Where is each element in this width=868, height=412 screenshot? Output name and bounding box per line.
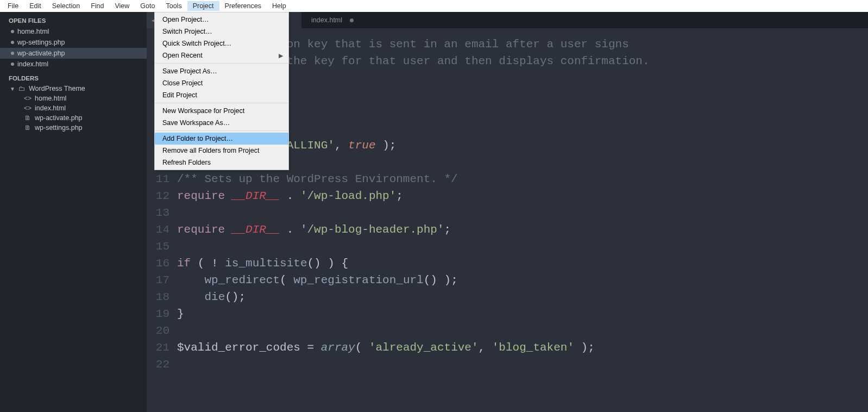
chevron-right-icon: ▶ [279, 52, 283, 59]
menu-separator [155, 130, 288, 131]
menu-item-refresh-folders[interactable]: Refresh Folders [155, 157, 288, 168]
dirty-indicator-icon [11, 30, 14, 33]
open-files-header: OPEN FILES [0, 12, 147, 26]
file-icon: 🗎 [24, 124, 32, 132]
folders-header: FOLDERS [0, 70, 147, 84]
file-tree-label: index.html [35, 104, 66, 112]
menu-view[interactable]: View [109, 1, 135, 11]
dirty-indicator-icon [11, 63, 14, 66]
menu-separator [155, 103, 288, 103]
dirty-indicator-icon [350, 18, 354, 22]
menu-item-edit-project[interactable]: Edit Project [155, 89, 288, 101]
menu-item-close-project[interactable]: Close Project [155, 77, 288, 89]
folder-root[interactable]: ▼ 🗀 WordPress Theme [0, 84, 147, 93]
main-area: OPEN FILES home.htmlwp-settings.phpwp-ac… [0, 12, 868, 412]
sidebar: OPEN FILES home.htmlwp-settings.phpwp-ac… [0, 12, 147, 412]
html-file-icon: <> [24, 104, 32, 112]
dirty-indicator-icon [11, 52, 14, 55]
menu-file[interactable]: File [2, 1, 24, 11]
project-menu-dropdown: Open Project…Switch Project…Quick Switch… [154, 12, 289, 170]
file-tree-item[interactable]: 🗎wp-activate.php [0, 113, 147, 123]
html-file-icon: <> [24, 95, 32, 102]
menubar: FileEditSelectionFindViewGotoToolsProjec… [0, 0, 868, 12]
menu-tools[interactable]: Tools [160, 1, 187, 11]
menu-item-save-workspace-as[interactable]: Save Workspace As… [155, 117, 288, 129]
menu-item-add-folder-to-project[interactable]: Add Folder to Project… [155, 133, 288, 145]
menu-help[interactable]: Help [267, 1, 292, 11]
file-tree-item[interactable]: <>index.html [0, 103, 147, 113]
folder-icon: 🗀 [18, 85, 26, 92]
dirty-indicator-icon [11, 41, 14, 44]
file-tree-label: wp-settings.php [35, 124, 83, 132]
open-file-item[interactable]: home.html [0, 26, 147, 37]
menu-selection[interactable]: Selection [47, 1, 85, 11]
menu-item-open-recent[interactable]: Open Recent▶ [155, 49, 288, 61]
open-file-label: index.html [17, 60, 48, 68]
open-file-label: wp-activate.php [17, 49, 65, 57]
open-file-label: home.html [17, 28, 49, 35]
menu-project[interactable]: Project [187, 1, 219, 11]
menu-item-save-project-as[interactable]: Save Project As… [155, 65, 288, 77]
menu-item-new-workspace-for-project[interactable]: New Workspace for Project [155, 105, 288, 117]
menu-preferences[interactable]: Preferences [219, 1, 267, 11]
file-icon: 🗎 [24, 114, 32, 122]
file-tree-item[interactable]: 🗎wp-settings.php [0, 123, 147, 133]
file-tree-item[interactable]: <>home.html [0, 93, 147, 103]
file-tree-label: home.html [35, 95, 66, 102]
menu-item-switch-project[interactable]: Switch Project… [155, 26, 288, 38]
menu-edit[interactable]: Edit [24, 1, 47, 11]
file-tree-label: wp-activate.php [35, 114, 83, 122]
menu-goto[interactable]: Goto [135, 1, 160, 11]
tab-label: index.html [311, 16, 342, 24]
menu-item-quick-switch-project[interactable]: Quick Switch Project… [155, 38, 288, 49]
folder-label: WordPress Theme [29, 85, 85, 92]
menu-item-remove-all-folders-from-project[interactable]: Remove all Folders from Project [155, 145, 288, 157]
open-file-item[interactable]: wp-activate.php [0, 48, 147, 59]
open-file-label: wp-settings.php [17, 39, 65, 46]
menu-separator [155, 63, 288, 64]
open-file-item[interactable]: index.html [0, 59, 147, 70]
menu-find[interactable]: Find [85, 1, 109, 11]
open-file-item[interactable]: wp-settings.php [0, 37, 147, 48]
menu-item-open-project[interactable]: Open Project… [155, 14, 288, 26]
chevron-down-icon: ▼ [10, 86, 15, 92]
editor-tab[interactable]: index.html [301, 12, 369, 28]
